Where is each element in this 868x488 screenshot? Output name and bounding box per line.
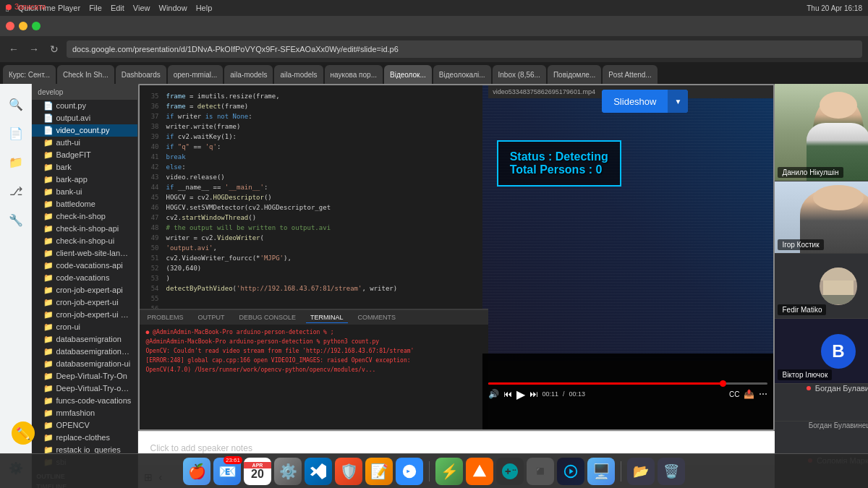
file-item-dbmigr-api[interactable]: 📁 databasemigration-api (32, 346, 137, 358)
file-item-cron-copy[interactable]: 📁 cron-job-expert-ui copy (32, 309, 137, 321)
slideshow-main-button[interactable]: Slideshow (602, 90, 668, 113)
file-item-output-avi[interactable]: 📄 output.avi (32, 112, 137, 124)
edit-fab-button[interactable]: ✏️ (12, 421, 35, 445)
file-item-cron-2[interactable]: 📁 cron-ui (32, 321, 137, 333)
menu-view[interactable]: View (133, 4, 150, 12)
file-item-auth-ui[interactable]: 📁 auth-ui (32, 137, 137, 149)
file-item-checkin-shop[interactable]: 📁 check-in-shop (32, 210, 137, 223)
tab-6[interactable]: наукова пор... (325, 65, 383, 84)
file-item-video-count[interactable]: 📄 video_count.py (32, 124, 137, 137)
tab-problems[interactable]: PROBLEMS (142, 312, 187, 322)
dock-system-prefs[interactable]: ⚙️ (274, 458, 302, 485)
close-button[interactable] (6, 22, 14, 30)
file-item-client-web[interactable]: 📁 client-web-site-landing (32, 247, 137, 260)
mac-dock: 🍎 📧 23:61 APR 20 ⚙️ 🛡️ 📝 ⚡ ◾ 🖥️ 📂 🗑️ (0, 453, 868, 488)
menu-help[interactable]: Help (196, 4, 213, 12)
video-controls-row: 🔊 ⏮ ▶ ⏭ 00:11 / 00:13 CC 📤 (488, 388, 768, 401)
dock-app1[interactable]: ⚡ (435, 458, 463, 485)
video-status-line2: Total Persons : 0 (510, 163, 608, 176)
dock-finder-2[interactable]: 🖥️ (587, 458, 615, 485)
dock-separator-2 (621, 461, 621, 481)
video-status-line1: Status : Detecting (510, 150, 608, 163)
share-button[interactable]: 📤 (744, 389, 754, 399)
slideshow-dropdown-arrow[interactable]: ▼ (668, 90, 688, 113)
participant-tile-2: Fedіr Matiko 🔇 (775, 254, 868, 319)
dock-mail[interactable]: 📧 23:61 (213, 458, 241, 485)
dock-trash[interactable]: 🗑️ (658, 458, 685, 485)
menu-window[interactable]: Window (159, 4, 187, 12)
tab-2[interactable]: Dashboards (116, 65, 166, 84)
more-button[interactable]: ⋯ (759, 389, 767, 399)
sidebar-icon-extensions[interactable]: 🔧 (3, 207, 29, 233)
sidebar-icon-git[interactable]: ⎇ (3, 178, 29, 204)
minimize-button[interactable] (19, 22, 27, 30)
tab-0[interactable]: Курс: Сент... (3, 65, 56, 84)
file-item-mmfashion[interactable]: 📁 mmfashion (32, 407, 137, 419)
browser-window: ← → ↻ docs.google.com/presentation/d/1DN… (0, 16, 868, 488)
file-item-battledome[interactable]: 📁 battledome (32, 198, 137, 210)
file-item-bark[interactable]: 📁 bark (32, 161, 137, 174)
file-item-code-vac-api[interactable]: 📁 code-vacations-api (32, 260, 137, 272)
file-item-cron-ui[interactable]: 📁 cron-job-expert-ui (32, 296, 137, 309)
sidebar-icon-search[interactable]: 🔍 (3, 91, 29, 117)
tab-output[interactable]: OUTPUT (193, 312, 229, 322)
dock-calendar[interactable]: APR 20 (244, 458, 271, 485)
tab-10[interactable]: Повідомле... (548, 65, 601, 84)
tab-comments[interactable]: COMMENTS (354, 312, 401, 322)
dock-downloads[interactable]: 📂 (627, 458, 655, 485)
dock-arduino[interactable] (496, 458, 524, 485)
captions-button[interactable]: CC (729, 390, 739, 398)
dock-finder[interactable]: 🍎 (183, 458, 210, 485)
sidebar-icon-slides[interactable]: 📄 (3, 120, 29, 146)
dock-notes[interactable]: 📝 (365, 458, 393, 485)
dock-zoom[interactable] (396, 458, 423, 485)
tab-1[interactable]: Check In Sh... (57, 65, 114, 84)
browser-toolbar: ← → ↻ docs.google.com/presentation/d/1DN… (0, 36, 868, 62)
play-button[interactable]: ▶ (516, 388, 525, 401)
file-item-funcs[interactable]: 📁 funcs-code-vacations (32, 395, 137, 407)
fullscreen-button[interactable] (32, 22, 41, 30)
volume-button[interactable]: 🔊 (488, 389, 499, 399)
sidebar-icon-explorer[interactable]: 📁 (3, 149, 29, 175)
file-item-deep-vt-clothes[interactable]: 📁 Deep-Virtual-Try-on-with-Clothes-Trans… (32, 382, 137, 395)
file-item-code-vac[interactable]: 📁 code-vacations (32, 272, 137, 284)
vscode-terminal-panel: PROBLEMS OUTPUT DEBUG CONSOLE TERMINAL C… (140, 309, 488, 429)
file-item-bank-ui[interactable]: 📁 bank-ui (32, 186, 137, 198)
back-button[interactable]: ← (6, 41, 22, 57)
reload-button[interactable]: ↻ (46, 41, 62, 57)
rewind-button[interactable]: ⏮ (503, 389, 512, 399)
file-item-bark-app[interactable]: 📁 bark-app (32, 174, 137, 186)
tab-9[interactable]: Inbox (8,56... (493, 65, 546, 84)
dock-app3[interactable]: ◾ (527, 458, 554, 485)
tab-11[interactable]: Post Attend... (603, 65, 657, 84)
slide-canvas: 3536373839 4041424344 4546474849 5051525… (138, 84, 775, 431)
tab-5[interactable]: aila-models (274, 65, 323, 84)
file-item-checkin-ui[interactable]: 📁 check-in-shop-ui (32, 235, 137, 247)
tab-7-active[interactable]: Відеолок... (384, 65, 432, 84)
file-item-checkin-api[interactable]: 📁 check-in-shop-api (32, 223, 137, 235)
menu-file[interactable]: File (89, 4, 102, 12)
dock-vscode[interactable] (305, 458, 332, 485)
video-progress-bar[interactable] (488, 382, 768, 385)
tab-3[interactable]: open-mmial... (168, 65, 224, 84)
tab-4[interactable]: aila-models (224, 65, 273, 84)
file-item-dbmigr-ui[interactable]: 📁 databasemigration-ui (32, 358, 137, 370)
fast-forward-button[interactable]: ⏭ (529, 389, 538, 399)
dock-matlab[interactable] (466, 458, 493, 485)
dock-quicktime[interactable] (557, 458, 584, 485)
tab-terminal[interactable]: TERMINAL (306, 312, 348, 323)
file-item-cron-api[interactable]: 📁 cron-job-expert-api (32, 284, 137, 296)
file-item-count-py[interactable]: 📄 count.py (32, 100, 137, 112)
tab-debug[interactable]: DEBUG CONSOLE (234, 312, 300, 322)
file-item-badge[interactable]: 📁 BadgeFIT (32, 149, 137, 161)
file-item-replace[interactable]: 📁 replace-clothes (32, 432, 137, 444)
file-item-dbmigr[interactable]: 📁 databasemigration (32, 333, 137, 346)
address-bar[interactable]: docs.google.com/presentation/d/1DNvA-PkO… (67, 40, 862, 58)
menu-edit[interactable]: Edit (111, 4, 124, 12)
file-item-deep-vt[interactable]: 📁 Deep-Virtual-Try-On (32, 370, 137, 382)
tab-8[interactable]: Відеолокалі... (433, 65, 491, 84)
forward-button[interactable]: → (26, 41, 42, 57)
dock-brave[interactable]: 🛡️ (335, 458, 362, 485)
browser-tabs: Курс: Сент... Check In Sh... Dashboards … (0, 62, 868, 84)
file-item-opencv[interactable]: 📁 OPENCV (32, 419, 137, 432)
